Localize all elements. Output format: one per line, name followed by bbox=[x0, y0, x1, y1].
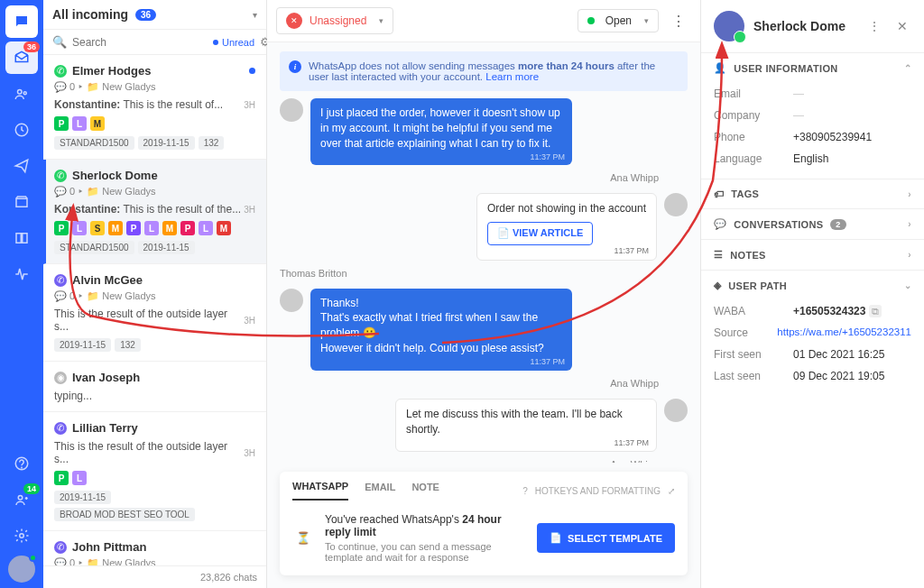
conv-name: Ivan Joseph bbox=[72, 371, 140, 384]
status-selector[interactable]: Open▾ bbox=[578, 9, 659, 32]
nav-team-icon[interactable] bbox=[5, 78, 38, 110]
message-time: 11:37 PM bbox=[530, 152, 565, 163]
whatsapp-notice: WhatsApp does not allow sending messages… bbox=[280, 51, 688, 91]
message-bubble: I just placed the order, however it does… bbox=[310, 98, 572, 165]
message-sender: Thomas Britton bbox=[280, 268, 659, 279]
learn-more-link[interactable]: Learn more bbox=[485, 71, 539, 82]
segment-badge: M bbox=[217, 221, 231, 235]
conversation-item[interactable]: ✆ Alvin McGee 💬 0 ‣📁 New Gladys This is … bbox=[43, 264, 266, 362]
nav-chat-icon[interactable] bbox=[5, 5, 38, 38]
assignee-selector[interactable]: Unassigned▾ bbox=[276, 7, 393, 34]
conversation-item[interactable]: ✆ Elmer Hodges 💬 0 ‣📁 New Gladys Konstan… bbox=[43, 55, 266, 160]
tab-email[interactable]: EMAIL bbox=[365, 482, 395, 500]
view-article-button[interactable]: 📄 VIEW ARTICLE bbox=[487, 222, 593, 244]
section-userpath[interactable]: ◈USER PATH⌄ bbox=[701, 271, 924, 300]
template-icon: 📄 bbox=[550, 532, 562, 544]
message-bubble: Let me discuss this with the team. I'll … bbox=[395, 399, 657, 453]
user-icon: 👤 bbox=[714, 62, 726, 74]
message-bubble: Order not showing in the account📄 VIEW A… bbox=[476, 193, 657, 260]
composer: WHATSAPP EMAIL NOTE ?HOTKEYS AND FORMATT… bbox=[280, 472, 688, 575]
conv-snippet: This is the result of the outside layer … bbox=[54, 440, 244, 465]
conv-time: 3H bbox=[244, 316, 255, 326]
unread-dot bbox=[249, 68, 255, 74]
conv-meta: 💬 0 ‣📁 New Gladys bbox=[54, 290, 255, 302]
segment-badge: M bbox=[108, 221, 123, 235]
tab-note[interactable]: NOTE bbox=[411, 482, 439, 500]
svg-point-1 bbox=[23, 92, 26, 95]
copy-icon[interactable]: ⧉ bbox=[869, 305, 882, 317]
close-panel-icon[interactable]: ✕ bbox=[893, 19, 911, 33]
message-row: Order not showing in the account📄 VIEW A… bbox=[280, 193, 688, 260]
nav-book-icon[interactable] bbox=[5, 222, 38, 254]
conversation-item[interactable]: ✆ John Pittman 💬 0 ‣📁 New Gladys This is… bbox=[43, 531, 266, 565]
expand-icon[interactable]: ⤢ bbox=[668, 486, 675, 496]
tag-chip: 132 bbox=[199, 136, 225, 150]
section-conversations[interactable]: 💬CONVERSATIONS2› bbox=[701, 209, 924, 239]
generic-channel-icon: ◉ bbox=[54, 372, 67, 384]
sender-avatar bbox=[280, 289, 303, 312]
inbox-badge: 36 bbox=[23, 41, 40, 52]
nav-profile-avatar[interactable] bbox=[8, 556, 35, 583]
composer-limit-desc: To continue, you can send a message temp… bbox=[325, 541, 526, 563]
nav-activity-icon[interactable] bbox=[5, 258, 38, 290]
whatsapp-channel-icon bbox=[734, 31, 746, 43]
conv-time: 3H bbox=[244, 100, 255, 110]
nav-help-icon[interactable] bbox=[5, 447, 38, 480]
chevron-up-icon: ⌃ bbox=[904, 63, 911, 73]
conv-snippet: This is the result of the outside layer … bbox=[54, 308, 244, 333]
composer-limit-title: You've reached WhatsApp's 24 hour reply … bbox=[325, 513, 526, 538]
svg-point-6 bbox=[18, 496, 23, 501]
conv-time: 3H bbox=[244, 205, 255, 215]
message-time: 11:37 PM bbox=[614, 437, 649, 449]
svg-rect-3 bbox=[16, 198, 27, 207]
segment-badge: S bbox=[90, 221, 105, 235]
segment-badge: P bbox=[180, 221, 195, 235]
hourglass-icon: ⏳ bbox=[292, 528, 314, 549]
segment-badge: L bbox=[199, 221, 213, 235]
tag-chip: 2019-11-15 bbox=[54, 338, 111, 352]
segment-badge: L bbox=[72, 116, 87, 131]
sender-avatar bbox=[664, 193, 688, 216]
conv-name: John Pittman bbox=[72, 540, 146, 554]
search-input[interactable] bbox=[72, 36, 208, 49]
section-tags[interactable]: 🏷TAGS› bbox=[701, 179, 924, 208]
segment-badge: M bbox=[90, 116, 105, 131]
nav-inbox-icon[interactable]: 36 bbox=[5, 41, 38, 74]
help-icon: ? bbox=[522, 486, 528, 496]
nav-clock-icon[interactable] bbox=[5, 114, 38, 146]
conversation-item[interactable]: ✆ Sherlock Dome 💬 0 ‣📁 New Gladys Konsta… bbox=[43, 160, 266, 264]
note-icon: ☰ bbox=[714, 249, 723, 261]
conversation-item[interactable]: ✆ Lillian Terry This is the result of th… bbox=[43, 412, 266, 531]
segment-badge: M bbox=[162, 221, 177, 235]
message-row: I just placed the order, however it does… bbox=[280, 98, 688, 165]
nav-addteam-icon[interactable]: 14 bbox=[5, 483, 38, 516]
unread-filter[interactable]: Unread bbox=[213, 37, 254, 48]
tab-whatsapp[interactable]: WHATSAPP bbox=[292, 481, 348, 501]
tag-chip: BROAD MOD BEST SEO TOOL bbox=[54, 508, 195, 521]
nav-settings-icon[interactable] bbox=[5, 519, 38, 552]
svg-point-7 bbox=[20, 534, 24, 538]
source-link[interactable]: https://wa.me/+16505232311 bbox=[777, 326, 911, 339]
select-template-button[interactable]: 📄SELECT TEMPLATE bbox=[537, 523, 675, 553]
tag-chip: 2019-11-15 bbox=[138, 136, 195, 150]
nav-send-icon[interactable] bbox=[5, 150, 38, 182]
path-icon: ◈ bbox=[714, 280, 721, 291]
tag-chip: STANDARD1500 bbox=[54, 241, 134, 254]
message-sender: Ana Whipp bbox=[280, 459, 659, 463]
contact-name: Sherlock Dome bbox=[753, 19, 855, 33]
inbox-count: 36 bbox=[135, 9, 156, 21]
segment-badge: L bbox=[144, 221, 159, 235]
section-userinfo[interactable]: 👤 USER INFORMATION ⌃ bbox=[701, 53, 924, 83]
chat-icon: 💬 bbox=[714, 218, 726, 230]
inbox-selector[interactable]: All incoming 36 ▾ bbox=[43, 0, 266, 30]
svg-point-0 bbox=[18, 90, 23, 95]
conversation-item[interactable]: ◉ Ivan Joseph typing... bbox=[43, 362, 266, 412]
nav-archive-icon[interactable] bbox=[5, 186, 38, 218]
vb-channel-icon: ✆ bbox=[54, 422, 67, 435]
tag-chip: STANDARD1500 bbox=[54, 136, 134, 150]
segment-badge: L bbox=[72, 471, 87, 485]
composer-tabs: WHATSAPP EMAIL NOTE ?HOTKEYS AND FORMATT… bbox=[280, 472, 688, 501]
contact-more-icon[interactable]: ⋮ bbox=[864, 19, 884, 33]
section-notes[interactable]: ☰NOTES› bbox=[701, 240, 924, 270]
more-menu-icon[interactable]: ⋮ bbox=[666, 13, 691, 30]
